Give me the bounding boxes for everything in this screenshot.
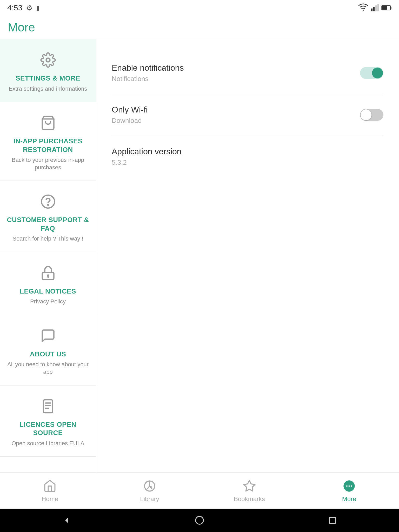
svg-point-10 bbox=[42, 195, 55, 208]
notifications-toggle[interactable] bbox=[360, 67, 383, 79]
svg-rect-1 bbox=[371, 9, 373, 11]
home-button[interactable] bbox=[194, 515, 205, 526]
sidebar-about-desc: All you need to know about your app bbox=[5, 361, 91, 376]
sidebar-legal-label: LEGAL NOTICES bbox=[20, 287, 76, 296]
svg-rect-4 bbox=[377, 4, 379, 11]
status-right bbox=[358, 3, 392, 12]
main-content: SETTINGS & MORE Extra settings and infor… bbox=[0, 39, 399, 472]
sidebar-settings-desc: Extra settings and informations bbox=[9, 85, 87, 93]
list-icon bbox=[39, 397, 57, 416]
svg-point-22 bbox=[346, 485, 348, 487]
android-nav bbox=[0, 509, 399, 532]
bag-icon bbox=[39, 114, 57, 132]
sidebar-item-inapp[interactable]: IN-APP PURCHASES RESTORATION Back to you… bbox=[0, 102, 96, 181]
signal-icon bbox=[370, 4, 379, 12]
svg-point-0 bbox=[363, 10, 364, 11]
library-icon bbox=[142, 479, 157, 493]
sidebar-item-support[interactable]: CUSTOMER SUPPORT & FAQ Search for help ?… bbox=[0, 181, 96, 252]
sidebar-inapp-label: IN-APP PURCHASES RESTORATION bbox=[5, 137, 91, 154]
lock-icon bbox=[39, 264, 57, 282]
setting-notifications-row: Enable notifications Notifications bbox=[112, 52, 383, 94]
setting-wifi-title: Only Wi-fi bbox=[112, 105, 148, 115]
setting-wifi-info: Only Wi-fi Download bbox=[112, 105, 148, 125]
svg-point-8 bbox=[46, 58, 50, 62]
sidebar-item-legal[interactable]: LEGAL NOTICES Privacy Policy bbox=[0, 252, 96, 315]
svg-rect-2 bbox=[373, 7, 375, 11]
page-title: More bbox=[8, 20, 391, 34]
nav-item-more[interactable]: More bbox=[299, 476, 399, 505]
sidebar-about-label: ABOUT US bbox=[30, 350, 66, 358]
bookmark-icon bbox=[242, 479, 257, 493]
sidebar-licences-desc: Open source Libraries EULA bbox=[11, 440, 84, 447]
question-icon bbox=[39, 192, 57, 211]
nav-more-label: More bbox=[342, 495, 356, 503]
svg-rect-7 bbox=[382, 6, 387, 10]
sim-icon: ▮ bbox=[36, 4, 39, 11]
setting-version-row: Application version 5.3.2 bbox=[112, 136, 383, 177]
setting-notifications-subtitle: Notifications bbox=[112, 75, 184, 83]
svg-point-24 bbox=[351, 485, 352, 487]
sidebar-support-desc: Search for help ? This way ! bbox=[12, 235, 83, 243]
sidebar-inapp-desc: Back to your previous in-app purchases bbox=[5, 156, 91, 171]
toggle-knob-notifications bbox=[372, 68, 383, 78]
sidebar-legal-desc: Privacy Policy bbox=[30, 298, 66, 305]
nav-item-home[interactable]: Home bbox=[0, 476, 100, 505]
nav-library-label: Library bbox=[140, 495, 159, 503]
recents-button[interactable] bbox=[327, 515, 338, 526]
bottom-nav: Home Library Bookmarks bbox=[0, 472, 399, 509]
sidebar-support-label: CUSTOMER SUPPORT & FAQ bbox=[5, 216, 91, 232]
setting-wifi-row: Only Wi-fi Download bbox=[112, 94, 383, 136]
sidebar-item-about[interactable]: ABOUT US All you need to know about your… bbox=[0, 315, 96, 385]
wifi-icon bbox=[358, 3, 368, 12]
svg-marker-20 bbox=[244, 480, 255, 491]
nav-item-bookmarks[interactable]: Bookmarks bbox=[200, 476, 299, 505]
toggle-knob-wifi bbox=[361, 109, 371, 120]
home-icon bbox=[43, 479, 57, 493]
svg-rect-15 bbox=[43, 400, 52, 413]
status-time: 4:53 bbox=[7, 3, 22, 12]
svg-rect-3 bbox=[375, 5, 377, 11]
more-nav-icon bbox=[342, 479, 356, 493]
setting-version-title: Application version bbox=[112, 147, 182, 156]
page-header: More bbox=[0, 16, 399, 39]
right-panel: Enable notifications Notifications Only … bbox=[96, 39, 399, 472]
svg-marker-25 bbox=[65, 518, 68, 523]
nav-home-label: Home bbox=[42, 495, 58, 503]
nav-item-library[interactable]: Library bbox=[100, 476, 200, 505]
back-button[interactable] bbox=[61, 515, 72, 526]
gear-icon bbox=[39, 51, 57, 69]
settings-icon: ⚙ bbox=[26, 4, 32, 12]
more-icon-svg bbox=[342, 479, 356, 493]
sidebar: SETTINGS & MORE Extra settings and infor… bbox=[0, 39, 96, 472]
setting-version-info: Application version 5.3.2 bbox=[112, 147, 182, 167]
svg-point-26 bbox=[196, 516, 203, 524]
battery-icon bbox=[381, 4, 392, 12]
setting-notifications-title: Enable notifications bbox=[112, 63, 184, 73]
setting-notifications-info: Enable notifications Notifications bbox=[112, 63, 184, 83]
sidebar-settings-label: SETTINGS & MORE bbox=[16, 74, 80, 83]
wifi-toggle[interactable] bbox=[360, 109, 383, 121]
sidebar-item-settings[interactable]: SETTINGS & MORE Extra settings and infor… bbox=[0, 39, 96, 102]
sidebar-item-licences[interactable]: LICENCES OPEN SOURCE Open source Librari… bbox=[0, 385, 96, 457]
status-left: 4:53 ⚙ ▮ bbox=[7, 3, 39, 12]
setting-version-subtitle: 5.3.2 bbox=[112, 158, 182, 167]
nav-bookmarks-label: Bookmarks bbox=[234, 495, 265, 503]
status-bar: 4:53 ⚙ ▮ bbox=[0, 0, 399, 16]
sidebar-licences-label: LICENCES OPEN SOURCE bbox=[5, 420, 91, 437]
chat-icon bbox=[39, 327, 57, 345]
svg-rect-6 bbox=[390, 7, 391, 9]
setting-wifi-subtitle: Download bbox=[112, 117, 148, 125]
svg-point-23 bbox=[348, 485, 350, 487]
svg-rect-27 bbox=[329, 517, 335, 523]
